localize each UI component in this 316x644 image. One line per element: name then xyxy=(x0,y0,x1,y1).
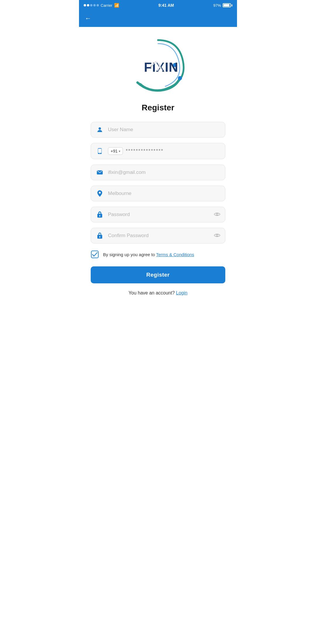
svg-point-7 xyxy=(99,127,101,130)
password-eye-icon[interactable] xyxy=(214,211,220,218)
email-icon xyxy=(96,169,104,176)
nav-bar: ← xyxy=(79,11,237,27)
svg-rect-16 xyxy=(99,216,100,217)
confirm-password-eye-icon[interactable] xyxy=(214,232,220,239)
footer-text: You have an account? Login xyxy=(128,290,187,296)
signal-dot-5 xyxy=(97,4,99,6)
country-code-value: +91 xyxy=(111,149,118,153)
main-content: FIXIN Register xyxy=(79,27,237,307)
confirm-lock-icon xyxy=(96,232,104,239)
svg-point-21 xyxy=(216,234,218,236)
username-input[interactable] xyxy=(108,127,220,133)
terms-conditions-link[interactable]: Terms & Conditions xyxy=(156,252,194,257)
svg-point-17 xyxy=(216,213,218,215)
email-input[interactable] xyxy=(108,169,220,175)
confirm-password-input-row xyxy=(91,228,225,244)
email-input-row xyxy=(91,165,225,180)
signal-dots xyxy=(84,4,99,6)
status-bar: Carrier 📶 9:41 AM 97% xyxy=(79,0,237,11)
location-icon xyxy=(96,190,104,197)
svg-point-10 xyxy=(99,153,100,154)
confirm-password-input[interactable] xyxy=(108,233,210,239)
battery-icon xyxy=(223,3,232,7)
username-input-row xyxy=(91,122,225,138)
carrier-label: Carrier xyxy=(101,3,112,8)
phone-row: +91 ▾ xyxy=(108,147,220,155)
svg-point-1 xyxy=(178,76,182,80)
country-code-selector[interactable]: +91 ▾ xyxy=(108,147,123,155)
password-input-row xyxy=(91,207,225,222)
user-icon xyxy=(96,126,104,133)
svg-text:FIXIN: FIXIN xyxy=(144,60,178,74)
battery-percent: 97% xyxy=(213,3,221,8)
signal-dot-2 xyxy=(87,4,89,6)
phone-icon xyxy=(96,148,104,154)
phone-input-row: +91 ▾ xyxy=(91,143,225,159)
terms-text: By signing up you agree to Terms & Condi… xyxy=(103,252,194,257)
have-account-text: You have an account? xyxy=(128,290,176,295)
signal-dot-3 xyxy=(90,4,92,6)
svg-point-12 xyxy=(99,192,101,193)
wifi-icon: 📶 xyxy=(114,3,119,8)
logo-container: FIXIN xyxy=(126,36,190,97)
chevron-down-icon: ▾ xyxy=(119,150,120,153)
password-input[interactable] xyxy=(108,212,210,217)
location-input-row xyxy=(91,186,225,201)
status-right: 97% xyxy=(213,3,232,8)
phone-input[interactable] xyxy=(126,148,220,154)
form-container: +91 ▾ xyxy=(91,122,225,283)
signal-dot-4 xyxy=(93,4,96,6)
page-title: Register xyxy=(142,103,174,112)
terms-checkbox[interactable] xyxy=(91,251,99,258)
svg-rect-20 xyxy=(99,237,100,238)
status-left: Carrier 📶 xyxy=(84,3,119,8)
register-button[interactable]: Register xyxy=(91,266,225,283)
lock-icon xyxy=(96,211,104,218)
terms-row: By signing up you agree to Terms & Condi… xyxy=(91,249,225,260)
fixin-logo: FIXIN xyxy=(129,37,187,96)
back-button[interactable]: ← xyxy=(85,15,91,22)
status-time: 9:41 AM xyxy=(158,3,174,8)
signal-dot-1 xyxy=(84,4,86,6)
svg-rect-9 xyxy=(98,149,102,153)
terms-prefix: By signing up you agree to xyxy=(103,252,156,257)
login-link[interactable]: Login xyxy=(176,290,188,295)
location-input[interactable] xyxy=(108,191,220,196)
